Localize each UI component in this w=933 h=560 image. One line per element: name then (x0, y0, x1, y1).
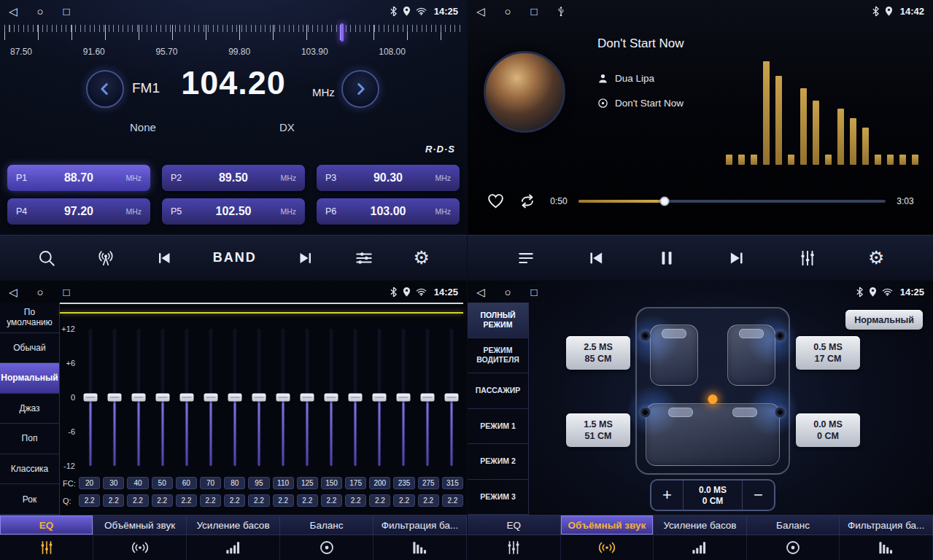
radio-preset-p2[interactable]: P289.50MHz (162, 165, 305, 191)
slider-knob[interactable] (252, 394, 266, 402)
front-right-delay-button[interactable]: 0.5 MS 17 CM (796, 336, 860, 370)
slider-knob[interactable] (372, 394, 386, 402)
surround-mode-item[interactable]: ПАССАЖИР (468, 373, 528, 409)
radio-preset-p6[interactable]: P6103.00MHz (317, 198, 460, 225)
back-nav-icon[interactable]: ◁ (9, 6, 18, 17)
eq-preset-item[interactable]: Рок (0, 484, 59, 515)
eq-band-slider[interactable] (199, 323, 223, 472)
favorite-button[interactable] (485, 191, 506, 211)
band-frequency-value[interactable]: 40 (127, 477, 148, 489)
band-q-value[interactable]: 2.2 (127, 494, 148, 507)
slider-knob[interactable] (180, 394, 194, 402)
recents-nav-icon[interactable]: □ (63, 287, 70, 298)
eq-preset-item[interactable]: Поп (0, 424, 59, 454)
eq-band-slider[interactable] (319, 323, 343, 472)
band-frequency-value[interactable]: 175 (345, 477, 366, 489)
tab-surround-sound[interactable]: Объёмный звук (561, 516, 654, 560)
band-frequency-value[interactable]: 80 (224, 477, 245, 489)
band-q-value[interactable]: 2.2 (273, 494, 294, 507)
band-q-value[interactable]: 2.2 (152, 494, 173, 507)
band-q-value[interactable]: 2.2 (393, 494, 414, 507)
radio-preset-p1[interactable]: P188.70MHz (7, 165, 150, 191)
tab-surround-sound[interactable]: Объёмный звук (93, 516, 187, 560)
band-frequency-value[interactable]: 200 (369, 477, 390, 489)
rear-left-speaker-icon[interactable] (640, 407, 651, 418)
band-frequency-value[interactable]: 125 (297, 477, 318, 489)
eq-band-slider[interactable] (391, 323, 415, 472)
eq-preset-item[interactable]: Обычай (0, 333, 59, 364)
band-frequency-value[interactable]: 60 (176, 477, 197, 489)
listening-position-dot[interactable] (708, 394, 718, 404)
band-q-value[interactable]: 2.2 (224, 494, 245, 507)
band-frequency-value[interactable]: 150 (321, 477, 342, 489)
band-q-value[interactable]: 2.2 (200, 494, 221, 507)
surround-mode-item[interactable]: РЕЖИМ 3 (468, 480, 528, 516)
band-frequency-value[interactable]: 70 (200, 477, 221, 489)
band-frequency-value[interactable]: 50 (152, 477, 173, 489)
previous-track-button[interactable] (584, 246, 608, 271)
band-q-value[interactable]: 2.2 (369, 494, 390, 507)
recents-nav-icon[interactable]: □ (531, 6, 538, 17)
front-left-speaker-icon[interactable] (640, 330, 651, 341)
delay-increase-button[interactable]: + (651, 481, 684, 510)
home-nav-icon[interactable]: ○ (37, 287, 44, 298)
eq-preset-item[interactable]: По умолчанию (0, 303, 59, 333)
next-track-button[interactable] (724, 246, 749, 271)
eq-preset-item[interactable]: Нормальный (0, 363, 59, 394)
eq-band-slider[interactable] (439, 323, 463, 472)
slider-knob[interactable] (108, 394, 122, 402)
tab-bass-boost[interactable]: Усиление басов (654, 516, 747, 560)
slider-knob[interactable] (300, 394, 314, 402)
slider-knob[interactable] (324, 394, 338, 402)
pause-button[interactable] (654, 246, 679, 271)
tab-bass-boost[interactable]: Усиление басов (187, 516, 280, 560)
seek-next-button[interactable] (294, 246, 317, 270)
surround-mode-item[interactable]: РЕЖИМ 1 (468, 409, 528, 445)
front-left-delay-button[interactable]: 2.5 MS 85 CM (566, 336, 630, 370)
tab-eq[interactable]: EQ (0, 516, 93, 560)
band-q-value[interactable]: 2.2 (248, 494, 269, 507)
band-q-value[interactable]: 2.2 (321, 494, 342, 507)
surround-preset-button[interactable]: Нормальный (845, 310, 923, 330)
equalizer-button[interactable] (795, 246, 820, 271)
back-nav-icon[interactable]: ◁ (476, 6, 485, 17)
tab-balance[interactable]: Баланс (747, 516, 840, 560)
rear-right-speaker-icon[interactable] (775, 407, 786, 418)
progress-knob[interactable] (659, 196, 669, 206)
eq-band-slider[interactable] (79, 323, 103, 472)
slider-knob[interactable] (276, 394, 290, 402)
slider-knob[interactable] (132, 394, 146, 402)
home-nav-icon[interactable]: ○ (505, 6, 511, 17)
band-q-value[interactable]: 2.2 (418, 494, 439, 507)
surround-mode-item[interactable]: РЕЖИМ ВОДИТЕЛЯ (468, 338, 528, 374)
eq-band-slider[interactable] (223, 323, 247, 472)
band-frequency-value[interactable]: 30 (103, 477, 124, 489)
surround-mode-item[interactable]: ПОЛНЫЙ РЕЖИМ (468, 303, 528, 338)
radio-preset-p5[interactable]: P5102.50MHz (162, 198, 305, 225)
band-frequency-value[interactable]: 95 (248, 477, 269, 489)
tuning-indicator[interactable] (341, 23, 344, 42)
surround-mode-item[interactable]: РЕЖИМ 2 (468, 444, 528, 480)
recents-nav-icon[interactable]: □ (63, 6, 70, 17)
band-frequency-value[interactable]: 275 (418, 477, 439, 489)
slider-knob[interactable] (420, 394, 434, 402)
rear-right-delay-button[interactable]: 0.0 MS 0 CM (796, 413, 860, 447)
band-q-value[interactable]: 2.2 (345, 494, 366, 507)
auto-store-button[interactable] (93, 246, 118, 271)
band-q-value[interactable]: 2.2 (442, 494, 463, 507)
radio-preset-p4[interactable]: P497.20MHz (7, 198, 150, 225)
band-frequency-value[interactable]: 235 (393, 477, 414, 489)
eq-band-slider[interactable] (103, 323, 127, 472)
slider-knob[interactable] (204, 394, 218, 402)
eq-preset-item[interactable]: Классика (0, 454, 59, 485)
home-nav-icon[interactable]: ○ (37, 6, 44, 17)
recents-nav-icon[interactable]: □ (531, 287, 538, 298)
eq-band-slider[interactable] (415, 323, 439, 472)
band-q-value[interactable]: 2.2 (297, 494, 318, 507)
tab-eq[interactable]: EQ (468, 516, 561, 560)
slider-knob[interactable] (156, 394, 170, 402)
eq-band-slider[interactable] (175, 323, 199, 472)
eq-band-slider[interactable] (295, 323, 319, 472)
back-nav-icon[interactable]: ◁ (9, 287, 18, 298)
tone-settings-button[interactable] (352, 246, 376, 271)
